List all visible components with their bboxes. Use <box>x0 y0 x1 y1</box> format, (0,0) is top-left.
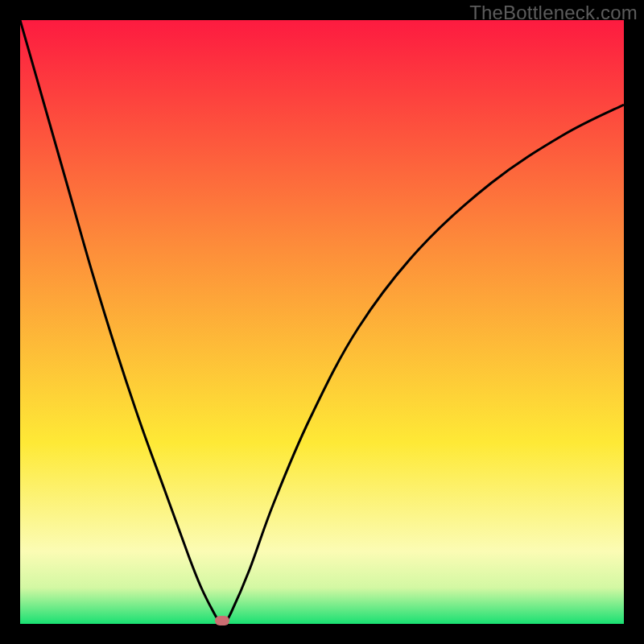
minimum-marker <box>215 616 229 625</box>
background-gradient <box>20 20 624 624</box>
svg-rect-0 <box>20 20 624 624</box>
chart-frame <box>20 20 624 624</box>
